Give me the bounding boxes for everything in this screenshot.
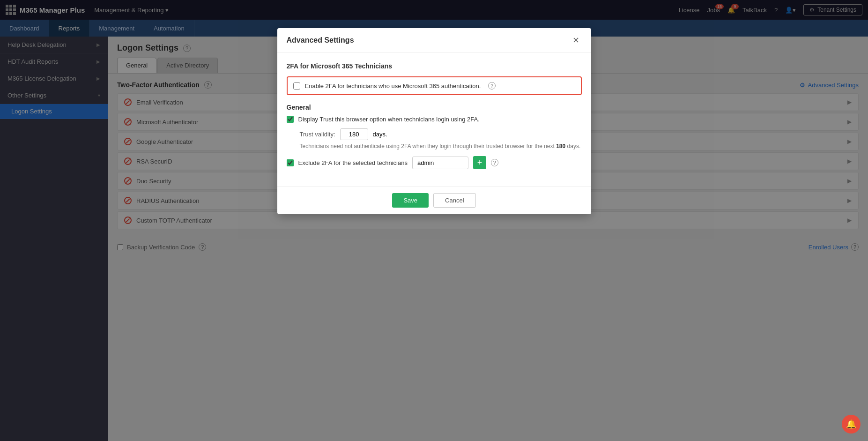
save-button[interactable]: Save bbox=[392, 193, 429, 208]
general-section: General Display Trust this browser optio… bbox=[287, 104, 582, 169]
modal-title: Advanced Settings bbox=[287, 36, 354, 45]
modal-overlay: Advanced Settings ✕ 2FA for Microsoft 36… bbox=[0, 0, 868, 441]
exclude-label[interactable]: Exclude 2FA for the selected technicians bbox=[298, 159, 408, 166]
trust-validity-unit: days. bbox=[373, 131, 387, 138]
add-button[interactable]: + bbox=[473, 156, 486, 169]
display-trust-checkbox[interactable] bbox=[287, 116, 294, 123]
enable-2fa-checkbox[interactable] bbox=[293, 82, 300, 90]
cancel-button[interactable]: Cancel bbox=[433, 193, 475, 208]
trust-note: Technicians need not authenticate using … bbox=[287, 143, 582, 149]
advanced-settings-modal: Advanced Settings ✕ 2FA for Microsoft 36… bbox=[277, 28, 591, 214]
modal-close-button[interactable]: ✕ bbox=[571, 35, 582, 46]
general-title: General bbox=[287, 104, 582, 111]
modal-2fa-section-title: 2FA for Microsoft 365 Technicians bbox=[287, 62, 582, 70]
trust-validity-input[interactable] bbox=[340, 128, 368, 140]
modal-header: Advanced Settings ✕ bbox=[277, 28, 591, 53]
modal-body: 2FA for Microsoft 365 Technicians Enable… bbox=[277, 53, 591, 186]
display-trust-label[interactable]: Display Trust this browser option when t… bbox=[298, 116, 480, 123]
trust-validity-label: Trust validity: bbox=[300, 131, 335, 138]
exclude-2fa-checkbox[interactable] bbox=[287, 159, 294, 166]
modal-footer: Save Cancel bbox=[277, 186, 591, 214]
enable-2fa-help-icon[interactable]: ? bbox=[488, 82, 496, 90]
exclude-row: Exclude 2FA for the selected technicians… bbox=[287, 156, 582, 169]
display-trust-row: Display Trust this browser option when t… bbox=[287, 116, 582, 123]
notification-avatar[interactable]: 🔔 bbox=[842, 415, 861, 434]
enable-2fa-label[interactable]: Enable 2FA for technicians who use Micro… bbox=[305, 82, 481, 90]
exclude-input[interactable] bbox=[412, 157, 468, 169]
enable-2fa-box: Enable 2FA for technicians who use Micro… bbox=[287, 76, 582, 95]
trust-validity-row: Trust validity: days. bbox=[287, 128, 582, 140]
exclude-help-icon[interactable]: ? bbox=[491, 159, 498, 166]
